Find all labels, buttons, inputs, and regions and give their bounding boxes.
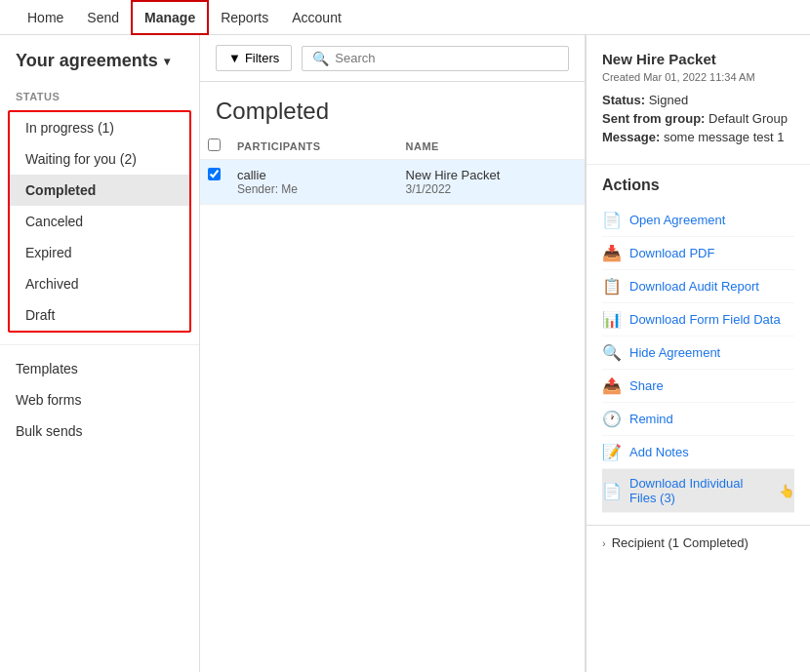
action-share[interactable]: 📤 Share <box>602 370 794 403</box>
sidebar-item-archived[interactable]: Archived <box>10 268 189 299</box>
row-participants: callie Sender: Me <box>229 160 398 205</box>
recipient-row[interactable]: › Recipient (1 Completed) <box>587 525 810 560</box>
row-checkbox <box>200 160 229 205</box>
cursor-icon: 👆 <box>779 484 794 498</box>
action-download-individual[interactable]: 📄 Download Individual Files (3) 👆 <box>602 469 794 513</box>
search-input[interactable] <box>335 51 558 65</box>
recipient-chevron-icon: › <box>602 537 606 549</box>
action-hide-agreement[interactable]: 🔍 Hide Agreement <box>602 336 794 370</box>
header-name: NAME <box>398 133 585 160</box>
content-area: ▼ Filters 🔍 Completed PARTICIPANTS <box>200 35 586 672</box>
sidebar-chevron-icon: ▾ <box>164 55 170 68</box>
nav-account[interactable]: Account <box>280 2 353 33</box>
status-group: In progress (1) Waiting for you (2) Comp… <box>8 110 191 333</box>
action-download-pdf[interactable]: 📥 Download PDF <box>602 237 794 270</box>
sidebar-item-webforms[interactable]: Web forms <box>0 384 199 415</box>
row-select-checkbox[interactable] <box>208 168 221 180</box>
header-participants: PARTICIPANTS <box>229 133 398 160</box>
sidebar-divider <box>0 344 199 345</box>
action-download-audit[interactable]: 📋 Download Audit Report <box>602 270 794 303</box>
nav-home[interactable]: Home <box>16 2 75 33</box>
hide-agreement-icon: 🔍 <box>602 343 622 362</box>
download-pdf-icon: 📥 <box>602 244 622 262</box>
download-individual-icon: 📄 <box>602 482 622 500</box>
download-form-field-icon: 📊 <box>602 310 622 329</box>
actions-title: Actions <box>602 177 794 194</box>
download-audit-icon: 📋 <box>602 277 622 296</box>
nav-send[interactable]: Send <box>75 2 131 33</box>
table-header-row: PARTICIPANTS NAME <box>200 133 585 160</box>
agreement-status: Status: Signed <box>602 93 794 107</box>
row-name: New Hire Packet 3/1/2022 <box>398 160 585 205</box>
sidebar-title: Your agreements <box>16 51 158 71</box>
action-download-form-field[interactable]: 📊 Download Form Field Data <box>602 303 794 336</box>
agreement-message: Message: some message test 1 <box>602 130 794 144</box>
right-panel: New Hire Packet Created Mar 01, 2022 11:… <box>586 35 810 672</box>
actions-section: Actions 📄 Open Agreement 📥 Download PDF … <box>587 165 810 525</box>
filter-icon: ▼ <box>228 51 241 65</box>
status-section-label: STATUS <box>0 87 199 106</box>
agreement-sent-from: Sent from group: Default Group <box>602 111 794 126</box>
agreement-created: Created Mar 01, 2022 11:34 AM <box>602 71 794 83</box>
search-icon: 🔍 <box>312 51 329 66</box>
content-title: Completed <box>200 82 585 133</box>
nav-reports[interactable]: Reports <box>209 2 280 33</box>
action-add-notes[interactable]: 📝 Add Notes <box>602 436 794 469</box>
action-remind[interactable]: 🕐 Remind <box>602 403 794 436</box>
add-notes-icon: 📝 <box>602 443 622 461</box>
search-box: 🔍 <box>302 46 569 71</box>
agreement-title: New Hire Packet <box>602 51 794 67</box>
sidebar: Your agreements ▾ STATUS In progress (1)… <box>0 35 200 672</box>
open-agreement-icon: 📄 <box>602 211 622 229</box>
right-panel-header: New Hire Packet Created Mar 01, 2022 11:… <box>587 35 810 165</box>
select-all-checkbox[interactable] <box>208 138 221 151</box>
sidebar-header[interactable]: Your agreements ▾ <box>0 51 199 87</box>
remind-icon: 🕐 <box>602 410 622 428</box>
sidebar-item-templates[interactable]: Templates <box>0 353 199 384</box>
action-open-agreement[interactable]: 📄 Open Agreement <box>602 204 794 237</box>
sidebar-item-expired[interactable]: Expired <box>10 237 189 268</box>
sidebar-item-draft[interactable]: Draft <box>10 299 189 331</box>
content-toolbar: ▼ Filters 🔍 <box>200 35 585 82</box>
sidebar-item-completed[interactable]: Completed <box>10 175 189 206</box>
main-container: Your agreements ▾ STATUS In progress (1)… <box>0 35 810 672</box>
agreements-table: PARTICIPANTS NAME callie Sender: Me <box>200 133 585 205</box>
sidebar-item-canceled[interactable]: Canceled <box>10 206 189 237</box>
top-navigation: Home Send Manage Reports Account <box>0 0 810 35</box>
sidebar-item-bulksends[interactable]: Bulk sends <box>0 415 199 447</box>
sidebar-item-inprogress[interactable]: In progress (1) <box>10 112 189 143</box>
nav-manage[interactable]: Manage <box>131 0 209 35</box>
sidebar-item-waiting[interactable]: Waiting for you (2) <box>10 143 189 175</box>
share-icon: 📤 <box>602 376 622 395</box>
table-row[interactable]: callie Sender: Me New Hire Packet 3/1/20… <box>200 160 585 205</box>
filter-button[interactable]: ▼ Filters <box>216 45 292 71</box>
header-checkbox <box>200 133 229 160</box>
